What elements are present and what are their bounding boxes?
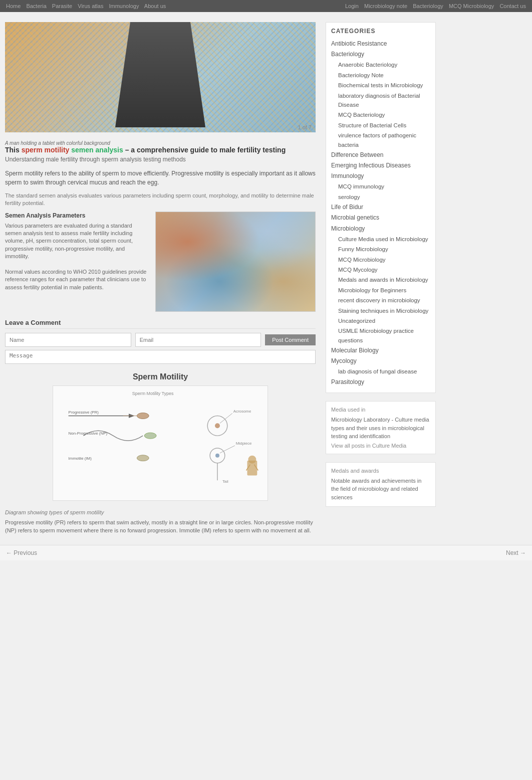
cat-mcq-bacteriology[interactable]: MCQ Bacteriology: [331, 110, 430, 120]
nav-bacteria[interactable]: Bacteria: [26, 3, 46, 9]
sperm-diagram-wrap: Sperm Motility Types Progressive (PR) No…: [53, 385, 268, 502]
media-used-desc: Microbiology Laboratory - Culture media …: [331, 416, 430, 441]
cat-culture-media[interactable]: Culture Media used in Microbiology: [331, 234, 430, 244]
svg-text:Non-Progressive (NP): Non-Progressive (NP): [69, 431, 108, 436]
svg-point-6: [144, 433, 156, 439]
cat-medals-awards[interactable]: Medals and awards in Microbiology: [331, 275, 430, 285]
cat-bacteriology-note[interactable]: Bacteriology Note: [331, 70, 430, 80]
title-part1: This: [5, 146, 22, 154]
mid-text-area: Semen Analysis Parameters Various parame…: [5, 212, 149, 312]
article-header: This sperm motility semen analysis – a c…: [5, 146, 316, 163]
comment-post-button[interactable]: Post Comment: [265, 334, 316, 345]
cat-structure-bacterial[interactable]: Structure of Bacterial Cells: [331, 120, 430, 130]
nav-mcq[interactable]: MCQ Microbiology: [449, 3, 494, 9]
article-title: This sperm motility semen analysis – a c…: [5, 146, 316, 154]
top-navigation[interactable]: Home Bacteria Parasite Virus atlas Immun…: [0, 0, 532, 12]
hero-image: 1 of 7: [5, 22, 316, 132]
svg-text:Progressive (PR): Progressive (PR): [69, 410, 99, 414]
cat-virulence-factors[interactable]: virulence factors of pathogenic bacteria: [331, 130, 430, 150]
top-nav-left: Home Bacteria Parasite Virus atlas Immun…: [6, 3, 170, 9]
cat-microbiology[interactable]: Microbiology: [331, 224, 430, 234]
cat-staining-techniques[interactable]: Staining techniques in Microbiology: [331, 306, 430, 316]
top-nav-right: Login Microbiology note Bacteriology MCQ…: [341, 3, 526, 9]
comment-form-row1: Post Comment: [5, 333, 316, 347]
post-caption: Diagram showing types of sperm motility: [5, 509, 316, 515]
bottom-navigation: ← Previous Next →: [0, 545, 532, 560]
nav-immunology[interactable]: Immunology: [109, 3, 139, 9]
nav-virus-atlas[interactable]: Virus atlas: [78, 3, 103, 9]
comment-section-title: Leave a Comment: [5, 319, 316, 329]
mid-text-title: Semen Analysis Parameters: [5, 212, 149, 220]
comment-message-input[interactable]: [5, 350, 316, 364]
sidebar-medals: Medals and awards Notable awards and ach…: [326, 462, 436, 507]
cat-usmle[interactable]: USMLE Microbiology practice questions: [331, 326, 430, 345]
cat-mcq-microbiology[interactable]: MCQ Microbiology: [331, 255, 430, 265]
content-area: 1 of 7 A man holding a tablet with color…: [5, 22, 316, 535]
nav-contact[interactable]: Contact us: [499, 3, 526, 9]
nav-parasite[interactable]: Parasite: [52, 3, 72, 9]
sperm-diagram-svg: Sperm Motility Types Progressive (PR) No…: [53, 385, 268, 501]
cat-mcq-mycology[interactable]: MCQ Mycology: [331, 265, 430, 275]
medals-desc: Notable awards and achievements in the f…: [331, 477, 430, 502]
cat-antibiotic-resistance[interactable]: Antibiotic Resistance: [331, 39, 430, 49]
cat-mcq-immunology[interactable]: MCQ immunology: [331, 181, 430, 191]
post-text-bottom: Progressive motility (PR) refers to sper…: [5, 518, 316, 535]
svg-point-10: [215, 423, 220, 428]
svg-point-14: [215, 454, 219, 458]
cat-bacteriology[interactable]: Bacteriology: [331, 49, 430, 60]
title-highlight1[interactable]: sperm motility: [22, 146, 70, 154]
svg-point-20: [248, 456, 256, 464]
cat-molecular-biology[interactable]: Molecular Biology: [331, 345, 430, 356]
media-used-title: Media used in: [331, 407, 430, 413]
cat-biochemical-tests[interactable]: Biochemical tests in Microbiology: [331, 80, 430, 90]
abstract-art-image: [155, 212, 316, 312]
sidebar: CATEGORIES Antibiotic Resistance Bacteri…: [326, 22, 436, 535]
sperm-section: Sperm Motility Sperm Motility Types Prog…: [5, 372, 316, 502]
cat-immunology[interactable]: Immunology: [331, 171, 430, 181]
mid-text-content2: Normal values according to WHO 2010 guid…: [5, 268, 149, 291]
sidebar-media-used: Media used in Microbiology Laboratory - …: [326, 401, 436, 454]
comment-email-input[interactable]: [135, 333, 261, 347]
main-container: 1 of 7 A man holding a tablet with color…: [0, 12, 532, 545]
cat-uncategorized[interactable]: Uncategorized: [331, 316, 430, 326]
bottom-prev-link[interactable]: ← Previous: [6, 549, 37, 556]
categories-title: CATEGORIES: [331, 28, 430, 35]
svg-point-7: [137, 455, 149, 461]
cat-lab-fungal[interactable]: lab diagnosis of fungal disease: [331, 366, 430, 376]
svg-text:Midpiece: Midpiece: [236, 441, 252, 446]
hero-caption: A man holding a tablet with colorful bac…: [5, 140, 316, 146]
svg-text:Acrosome: Acrosome: [233, 409, 251, 413]
text-block-1: Sperm motility refers to the ability of …: [5, 169, 316, 187]
cat-anaerobic-bacteriology[interactable]: Anaerobic Bacteriology: [331, 60, 430, 70]
text-block-2: The standard semen analysis evaluates va…: [5, 192, 316, 208]
mid-text-content1: Various parameters are evaluated during …: [5, 222, 149, 261]
cat-funny-microbiology[interactable]: Funny Microbiology: [331, 244, 430, 254]
comment-section: Leave a Comment Post Comment: [5, 319, 316, 365]
svg-point-3: [137, 413, 149, 419]
cat-life-bidur[interactable]: Life of Bidur: [331, 202, 430, 213]
nav-about[interactable]: About us: [144, 3, 166, 9]
cat-emerging-infectious[interactable]: Emerging Infectious Diseases: [331, 160, 430, 171]
title-highlight2[interactable]: semen analysis: [71, 146, 123, 154]
cat-lab-diagnosis-bacterial[interactable]: laboratory diagnosis of Bacterial Diseas…: [331, 91, 430, 110]
mid-section: Semen Analysis Parameters Various parame…: [5, 212, 316, 312]
cat-microbiology-beginners[interactable]: Microbiology for Beginners: [331, 285, 430, 295]
nav-micro-note[interactable]: Microbiology note: [364, 3, 407, 9]
nav-bacteriology[interactable]: Bacteriology: [413, 3, 443, 9]
media-used-link[interactable]: View all posts in Culture Media: [331, 443, 430, 449]
svg-text:Tail: Tail: [222, 479, 228, 484]
cat-microbial-genetics[interactable]: Microbial genetics: [331, 213, 430, 223]
article-subtitle: Understanding male fertility through spe…: [5, 156, 316, 163]
cat-recent-discovery[interactable]: recent discovery in microbiology: [331, 295, 430, 305]
cat-serology[interactable]: serology: [331, 192, 430, 202]
svg-line-11: [220, 413, 232, 423]
nav-login[interactable]: Login: [345, 3, 359, 9]
hero-page-number: 1 of 7: [298, 124, 312, 130]
cat-parasitology[interactable]: Parasitology: [331, 377, 430, 387]
cat-difference-between[interactable]: Difference Between: [331, 150, 430, 160]
comment-name-input[interactable]: [5, 333, 131, 347]
nav-home[interactable]: Home: [6, 3, 21, 9]
cat-mycology[interactable]: Mycology: [331, 356, 430, 366]
bottom-next-link[interactable]: Next →: [506, 549, 526, 556]
medals-title: Medals and awards: [331, 468, 430, 474]
